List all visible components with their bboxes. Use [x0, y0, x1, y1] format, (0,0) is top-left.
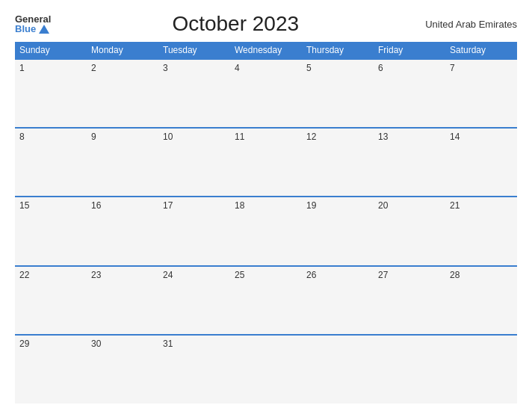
logo: General Blue [15, 14, 51, 34]
calendar-day-cell: 11 [230, 128, 302, 197]
day-number: 12 [306, 132, 316, 142]
day-number: 20 [378, 200, 388, 211]
day-number: 1 [19, 63, 25, 73]
calendar-day-cell: 23 [87, 266, 158, 335]
calendar-day-cell: 15 [15, 197, 87, 265]
day-number: 7 [450, 63, 455, 73]
calendar-day-cell: 7 [445, 59, 517, 128]
day-number: 29 [19, 339, 29, 349]
day-number: 31 [163, 339, 173, 349]
calendar-week-row: 293031 [15, 335, 517, 404]
calendar-day-cell: 24 [158, 266, 230, 335]
calendar-header-row: Sunday Monday Tuesday Wednesday Thursday… [15, 42, 517, 59]
calendar-day-cell [230, 335, 302, 404]
calendar-week-row: 1234567 [15, 59, 517, 128]
calendar-day-cell: 6 [374, 59, 445, 128]
calendar-day-cell: 22 [15, 266, 87, 335]
day-number: 11 [235, 132, 244, 142]
day-number: 13 [378, 132, 388, 142]
calendar-day-cell [302, 335, 374, 404]
calendar-day-cell [374, 335, 445, 404]
calendar-day-cell: 12 [302, 128, 374, 197]
col-saturday: Saturday [445, 42, 517, 59]
calendar-day-cell: 5 [302, 59, 374, 128]
calendar-day-cell: 21 [445, 197, 517, 265]
calendar-day-cell: 20 [374, 197, 445, 265]
day-number: 3 [163, 63, 168, 73]
country-label: United Arab Emirates [420, 19, 517, 30]
day-number: 24 [163, 270, 173, 280]
calendar-day-cell: 27 [374, 266, 445, 335]
calendar-day-cell: 31 [158, 335, 230, 404]
day-number: 17 [163, 200, 173, 211]
calendar-body: 1234567891011121314151617181920212223242… [15, 59, 517, 404]
day-number: 2 [91, 63, 96, 73]
calendar-day-cell: 18 [230, 197, 302, 265]
calendar-week-row: 15161718192021 [15, 197, 517, 265]
calendar-day-cell: 3 [158, 59, 230, 128]
col-tuesday: Tuesday [158, 42, 230, 59]
calendar-header: General Blue October 2023 United Arab Em… [15, 12, 517, 36]
calendar-day-cell: 26 [302, 266, 374, 335]
calendar-day-cell: 1 [15, 59, 87, 128]
day-number: 30 [91, 339, 101, 349]
calendar-day-cell: 28 [445, 266, 517, 335]
calendar-day-cell: 14 [445, 128, 517, 197]
calendar-day-cell: 19 [302, 197, 374, 265]
calendar-week-row: 22232425262728 [15, 266, 517, 335]
logo-blue-text: Blue [15, 24, 49, 34]
calendar-day-cell: 13 [374, 128, 445, 197]
calendar-day-cell: 4 [230, 59, 302, 128]
day-number: 9 [91, 132, 96, 142]
calendar-day-cell: 10 [158, 128, 230, 197]
calendar-day-cell: 30 [87, 335, 158, 404]
col-monday: Monday [87, 42, 158, 59]
calendar-title: October 2023 [51, 12, 420, 36]
calendar-table: Sunday Monday Tuesday Wednesday Thursday… [15, 42, 517, 404]
day-number: 10 [163, 132, 173, 142]
calendar-day-cell: 8 [15, 128, 87, 197]
day-number: 19 [306, 200, 316, 211]
day-number: 6 [378, 63, 383, 73]
calendar-day-cell: 25 [230, 266, 302, 335]
col-thursday: Thursday [302, 42, 374, 59]
day-number: 4 [235, 63, 240, 73]
calendar-day-cell [445, 335, 517, 404]
calendar-day-cell: 16 [87, 197, 158, 265]
day-number: 21 [450, 200, 460, 211]
day-number: 18 [235, 200, 244, 211]
day-number: 25 [235, 270, 244, 280]
col-wednesday: Wednesday [230, 42, 302, 59]
day-number: 15 [19, 200, 29, 211]
col-friday: Friday [374, 42, 445, 59]
calendar-page: General Blue October 2023 United Arab Em… [0, 0, 532, 411]
calendar-day-cell: 29 [15, 335, 87, 404]
logo-triangle-icon [39, 25, 49, 34]
day-number: 5 [306, 63, 312, 73]
day-number: 26 [306, 270, 316, 280]
weekday-header-row: Sunday Monday Tuesday Wednesday Thursday… [15, 42, 517, 59]
calendar-week-row: 891011121314 [15, 128, 517, 197]
calendar-day-cell: 9 [87, 128, 158, 197]
day-number: 8 [19, 132, 25, 142]
day-number: 23 [91, 270, 101, 280]
day-number: 14 [450, 132, 460, 142]
day-number: 16 [91, 200, 101, 211]
day-number: 27 [378, 270, 388, 280]
calendar-day-cell: 17 [158, 197, 230, 265]
day-number: 28 [450, 270, 460, 280]
col-sunday: Sunday [15, 42, 87, 59]
day-number: 22 [19, 270, 29, 280]
calendar-day-cell: 2 [87, 59, 158, 128]
